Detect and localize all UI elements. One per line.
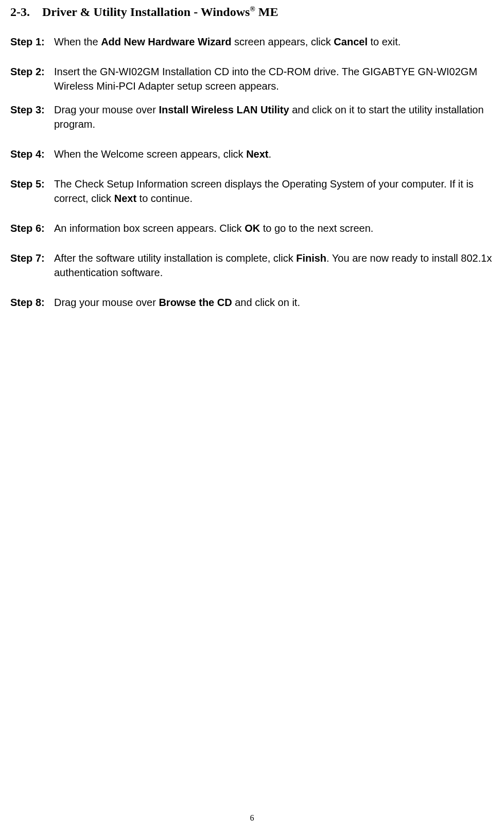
- steps-list: Step 1:When the Add New Hardware Wizard …: [10, 35, 494, 310]
- step-body: Drag your mouse over Install Wireless LA…: [54, 103, 494, 131]
- step-label: Step 5:: [10, 177, 54, 191]
- heading-title-after: ME: [255, 5, 279, 19]
- step-label: Step 3:: [10, 103, 54, 117]
- step-text-segment: When the Welcome screen appears, click: [54, 148, 246, 160]
- step-text-segment: to exit.: [368, 36, 401, 47]
- step-text-segment: After the software utility installation …: [54, 252, 296, 264]
- step-body: Drag your mouse over Browse the CD and c…: [54, 295, 494, 310]
- step-label: Step 4:: [10, 147, 54, 161]
- step-text-segment: Browse the CD: [159, 297, 232, 308]
- step-body: After the software utility installation …: [54, 251, 494, 280]
- section-number: 2-3.: [10, 5, 30, 19]
- step-label: Step 7:: [10, 251, 54, 265]
- heading-sup: ®: [250, 5, 255, 13]
- step-label: Step 2:: [10, 64, 54, 79]
- step-item: Step 3:Drag your mouse over Install Wire…: [10, 103, 494, 131]
- step-item: Step 8:Drag your mouse over Browse the C…: [10, 295, 494, 310]
- step-text-segment: screen appears, click: [231, 36, 334, 47]
- heading-title-before: Driver & Utility Installation - Windows: [42, 5, 250, 19]
- step-text-segment: An information box screen appears. Click: [54, 223, 245, 234]
- step-body: When the Welcome screen appears, click N…: [54, 147, 494, 161]
- step-text-segment: Finish: [296, 252, 326, 264]
- step-text-segment: Drag your mouse over: [54, 297, 159, 308]
- step-text-segment: Add New Hardware Wizard: [101, 36, 231, 47]
- step-body: Insert the GN-WI02GM Installation CD int…: [54, 64, 494, 93]
- step-text-segment: Cancel: [334, 36, 368, 47]
- step-text-segment: Next: [114, 193, 136, 204]
- step-text-segment: .: [268, 148, 271, 160]
- step-text-segment: Install Wireless LAN Utility: [159, 104, 289, 115]
- step-label: Step 8:: [10, 295, 54, 310]
- step-text-segment: Drag your mouse over: [54, 104, 159, 115]
- step-text-segment: Insert the GN-WI02GM Installation CD int…: [54, 66, 477, 92]
- step-text-segment: and click on it.: [232, 297, 300, 308]
- step-item: Step 5:The Check Setup Information scree…: [10, 177, 494, 206]
- step-item: Step 1:When the Add New Hardware Wizard …: [10, 35, 494, 49]
- step-body: An information box screen appears. Click…: [54, 221, 494, 235]
- step-text-segment: OK: [245, 223, 260, 234]
- step-text-segment: to continue.: [136, 193, 193, 204]
- page-number: 6: [250, 813, 254, 823]
- section-heading: 2-3. Driver & Utility Installation - Win…: [10, 5, 494, 19]
- step-label: Step 1:: [10, 35, 54, 49]
- step-text-segment: to go to the next screen.: [260, 223, 373, 234]
- step-body: The Check Setup Information screen displ…: [54, 177, 494, 206]
- step-item: Step 7:After the software utility instal…: [10, 251, 494, 280]
- step-item: Step 4:When the Welcome screen appears, …: [10, 147, 494, 161]
- step-body: When the Add New Hardware Wizard screen …: [54, 35, 494, 49]
- step-item: Step 6:An information box screen appears…: [10, 221, 494, 235]
- step-text-segment: When the: [54, 36, 101, 47]
- step-label: Step 6:: [10, 221, 54, 235]
- step-text-segment: Next: [246, 148, 268, 160]
- step-item: Step 2:Insert the GN-WI02GM Installation…: [10, 64, 494, 93]
